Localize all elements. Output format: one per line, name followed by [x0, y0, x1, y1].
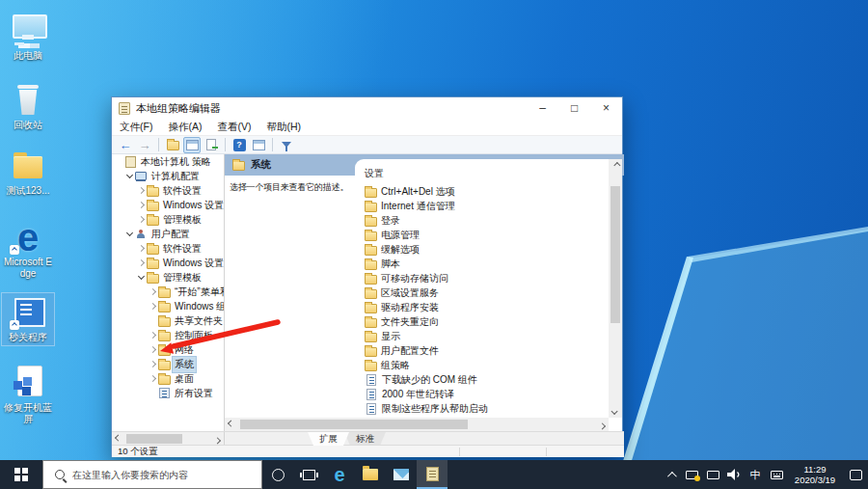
- scrollbar-thumb[interactable]: [126, 434, 182, 444]
- settings-item[interactable]: 登录: [355, 213, 609, 228]
- expand-chevron-icon[interactable]: [149, 302, 157, 311]
- menu-item[interactable]: 帮助(H): [258, 121, 309, 134]
- scroll-down-button[interactable]: [609, 405, 622, 418]
- menu-item[interactable]: 查看(V): [209, 121, 258, 134]
- scroll-up-button[interactable]: [609, 159, 622, 172]
- desktop-icon[interactable]: 回收站: [2, 81, 54, 133]
- taskbar-search[interactable]: [42, 460, 262, 489]
- cortana-button[interactable]: [262, 460, 293, 489]
- expand-chevron-icon[interactable]: [137, 273, 146, 282]
- action-center-button[interactable]: [843, 460, 868, 489]
- settings-column-header[interactable]: 设置: [355, 159, 609, 184]
- menu-item[interactable]: 操作(A): [160, 121, 209, 134]
- tray-notification-app[interactable]: [681, 460, 702, 489]
- scroll-right-button[interactable]: [596, 418, 609, 431]
- volume-status[interactable]: [723, 460, 745, 489]
- settings-item[interactable]: 用户配置文件: [355, 343, 609, 358]
- expand-chevron-icon[interactable]: [137, 186, 146, 195]
- network-status[interactable]: [702, 460, 723, 489]
- tree-item[interactable]: Windows 设置: [112, 198, 224, 212]
- file-explorer-button[interactable]: [355, 460, 386, 489]
- hidden-icons-button[interactable]: [660, 460, 681, 489]
- scroll-right-button[interactable]: [211, 432, 224, 446]
- settings-item[interactable]: Ctrl+Alt+Del 选项: [355, 184, 609, 199]
- desktop-icon-label: 回收站: [2, 120, 54, 131]
- settings-item[interactable]: 电源管理: [355, 228, 609, 242]
- scrollbar-thumb[interactable]: [240, 420, 468, 429]
- tree-item[interactable]: 桌面: [112, 371, 224, 386]
- export-list-button[interactable]: [203, 137, 220, 153]
- forward-button[interactable]: →: [136, 137, 153, 153]
- horizontal-scrollbar[interactable]: [225, 418, 609, 431]
- close-button[interactable]: ×: [590, 97, 622, 119]
- tree-horizontal-scrollbar[interactable]: [112, 432, 225, 446]
- desktop-icon[interactable]: 秒关程序: [2, 293, 54, 345]
- settings-item[interactable]: 2000 年世纪转译: [355, 387, 609, 401]
- touch-keyboard-button[interactable]: [766, 460, 787, 489]
- menu-item[interactable]: 文件(F): [112, 121, 160, 134]
- gpedit-taskbar-button[interactable]: [417, 460, 448, 489]
- desktop-icon[interactable]: 测试123...: [2, 147, 54, 199]
- expand-chevron-icon[interactable]: [137, 258, 146, 267]
- expand-chevron-icon[interactable]: [137, 201, 146, 209]
- filter-button[interactable]: [278, 137, 295, 153]
- maximize-button[interactable]: □: [558, 97, 590, 119]
- vertical-scrollbar[interactable]: [609, 159, 622, 418]
- tree-item[interactable]: 软件设置: [112, 183, 224, 198]
- desktop-icon-label: Microsoft Edge: [2, 257, 54, 280]
- tree-item[interactable]: 计算机配置: [112, 169, 224, 183]
- expand-chevron-icon[interactable]: [125, 172, 134, 180]
- expand-chevron-icon[interactable]: [149, 287, 157, 296]
- settings-item[interactable]: Internet 通信管理: [355, 199, 609, 213]
- tab-extended[interactable]: 扩展: [308, 432, 349, 446]
- tree-item[interactable]: Windows 设置: [112, 256, 224, 270]
- minimize-button[interactable]: –: [527, 97, 558, 119]
- scroll-left-button[interactable]: [225, 418, 237, 431]
- edge-taskbar-button[interactable]: e: [324, 460, 355, 489]
- show-console-tree-button[interactable]: [183, 137, 201, 153]
- tree-item[interactable]: 所有设置: [112, 386, 224, 400]
- mail-button[interactable]: [386, 460, 417, 489]
- back-button[interactable]: ←: [117, 137, 134, 153]
- scrollbar-thumb[interactable]: [610, 186, 620, 323]
- search-input[interactable]: [72, 470, 236, 480]
- expand-chevron-icon[interactable]: [115, 157, 123, 166]
- tree-item[interactable]: 软件设置: [112, 241, 224, 256]
- tab-standard[interactable]: 标准: [344, 432, 386, 446]
- expand-chevron-icon[interactable]: [137, 244, 146, 253]
- tree-item[interactable]: 管理模板: [112, 212, 224, 227]
- help-button[interactable]: ?: [231, 137, 248, 153]
- titlebar[interactable]: 本地组策略编辑器 – □ ×: [112, 97, 622, 119]
- settings-item[interactable]: 文件夹重定向: [355, 314, 609, 329]
- expand-chevron-icon[interactable]: [125, 230, 134, 238]
- settings-item[interactable]: 脚本: [355, 257, 609, 271]
- expand-chevron-icon[interactable]: [149, 389, 157, 397]
- expand-chevron-icon[interactable]: [149, 374, 157, 383]
- tree-item[interactable]: “开始”菜单和: [112, 285, 224, 299]
- settings-item-icon: [365, 230, 377, 241]
- settings-item[interactable]: 缓解选项: [355, 242, 609, 257]
- settings-item[interactable]: 限制这些程序从帮助启动: [355, 401, 609, 416]
- desktop-icon[interactable]: e Microsoft Edge: [2, 218, 54, 282]
- up-one-level-button[interactable]: [164, 137, 181, 153]
- settings-item[interactable]: 显示: [355, 329, 609, 343]
- settings-item[interactable]: 区域设置服务: [355, 285, 609, 300]
- settings-item[interactable]: 驱动程序安装: [355, 300, 609, 314]
- new-window-button[interactable]: [250, 137, 267, 153]
- settings-item[interactable]: 可移动存储访问: [355, 271, 609, 285]
- start-button[interactable]: [0, 460, 42, 489]
- settings-item[interactable]: 下载缺少的 COM 组件: [355, 372, 609, 387]
- tree-item-icon: [146, 200, 159, 211]
- tree-item[interactable]: Windows 组: [112, 299, 224, 313]
- settings-item[interactable]: 组策略: [355, 358, 609, 372]
- tree-item[interactable]: 管理模板: [112, 270, 224, 285]
- expand-chevron-icon[interactable]: [137, 215, 146, 224]
- desktop-icon[interactable]: 修复开机蓝屏: [2, 364, 54, 427]
- scroll-left-button[interactable]: [112, 432, 124, 446]
- desktop-icon[interactable]: 此电脑: [2, 12, 54, 64]
- task-view-button[interactable]: [293, 460, 324, 489]
- taskbar-clock[interactable]: 11:29 2020/3/19: [787, 460, 843, 489]
- tree-item[interactable]: 本地计算机 策略: [112, 154, 224, 169]
- ime-indicator[interactable]: 中: [745, 460, 766, 489]
- tree-item[interactable]: 用户配置: [112, 227, 224, 241]
